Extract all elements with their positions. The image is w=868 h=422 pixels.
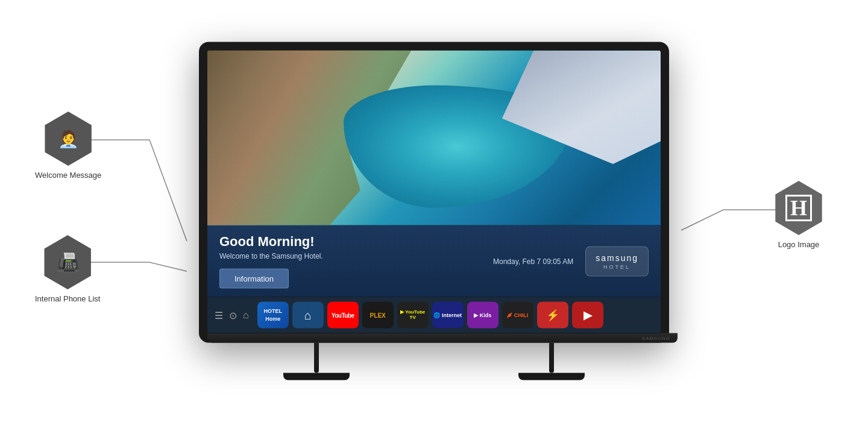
app-hotel-home[interactable]: HOTEL Home [257,302,289,329]
stand-leg-left [314,343,319,373]
welcome-message-label: Welcome Message [35,171,101,180]
logo-image-label: Logo Image [778,240,820,249]
welcome-message-callout: 🧑‍💼 Welcome Message [35,112,101,180]
internal-phone-list-label: Internal Phone List [35,294,100,303]
hotel-text: HOTEL [596,263,638,269]
greeting-section: Good Morning! Welcome to the Samsung Hot… [219,234,493,289]
samsung-brand-text: SAMSUNG [642,335,670,341]
app-anytime[interactable]: ▶ [572,302,603,329]
phone-hexagon: 📠 [40,235,95,289]
app-youtubetv[interactable]: ▶ YouTube TV [397,302,429,329]
app-bar: ☰ ⊙ ⌂ HOTEL Home ⌂ YouTube PLEX [207,297,661,333]
app-kids[interactable]: ▶ Kids [467,302,498,329]
tv-screen: Good Morning! Welcome to the Samsung Hot… [207,51,661,333]
stand-base-left [283,373,350,380]
logo-image-callout: H Logo Image [772,181,826,249]
water-area [344,86,570,208]
logo-h-letter: H [785,195,812,221]
tv-frame: Good Morning! Welcome to the Samsung Hot… [199,42,669,343]
beach-image [207,51,661,225]
app-extra1[interactable]: ⚡ [537,302,568,329]
person-icon: 🧑‍💼 [58,129,79,149]
internal-phone-list-callout: 📠 Internal Phone List [35,235,100,303]
nav-icons: ☰ ⊙ ⌂ [215,309,249,321]
samsung-text: samsung [596,253,638,262]
app-chili[interactable]: 🌶 CHILI [502,302,533,329]
stand-base-right [518,373,585,380]
info-bar: Good Morning! Welcome to the Samsung Hot… [207,225,661,297]
welcome-hexagon: 🧑‍💼 [41,112,95,166]
menu-icon[interactable]: ☰ [215,309,223,321]
logo-hexagon: H [772,181,826,235]
information-button[interactable]: Information [219,269,289,289]
good-morning-text: Good Morning! [219,234,493,250]
app-house[interactable]: ⌂ [292,302,324,329]
phone-icon: 📠 [57,252,79,273]
datetime-display: Monday, Feb 7 09:05 AM [493,257,573,265]
home-icon[interactable]: ⌂ [243,310,249,321]
stand-left [283,343,350,380]
hotel-logo: samsung HOTEL [585,246,649,276]
app-internet[interactable]: 🌐 Internet [432,302,464,329]
app-plex[interactable]: PLEX [362,302,394,329]
stand-right [518,343,585,380]
tv-stand [199,343,669,380]
app-youtube[interactable]: YouTube [327,302,359,329]
tv-bottom-bar: SAMSUNG [207,333,678,343]
welcome-text: Welcome to the Samsung Hotel. [219,252,493,260]
stand-leg-right [549,343,554,373]
tv-unit: Good Morning! Welcome to the Samsung Hot… [199,42,669,380]
search-icon[interactable]: ⊙ [229,309,237,321]
